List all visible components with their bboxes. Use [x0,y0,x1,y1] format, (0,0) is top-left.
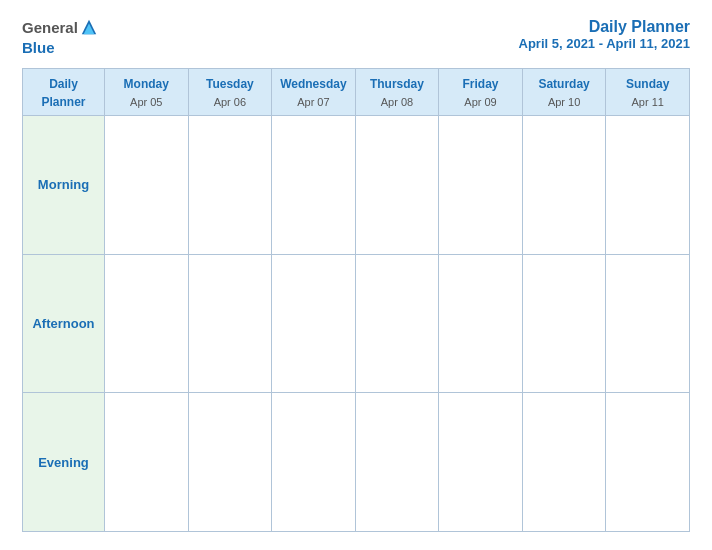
cell-afternoon-thursday[interactable] [355,254,439,393]
cell-afternoon-tuesday[interactable] [188,254,272,393]
cell-evening-monday[interactable] [105,393,189,532]
cell-evening-sunday[interactable] [606,393,690,532]
cell-afternoon-wednesday[interactable] [272,254,356,393]
cell-evening-tuesday[interactable] [188,393,272,532]
cell-afternoon-monday[interactable] [105,254,189,393]
col-header-sunday: SundayApr 11 [606,69,690,116]
planner-subtitle: April 5, 2021 - April 11, 2021 [519,36,691,51]
label-header-line1: Daily [49,77,78,91]
cell-evening-saturday[interactable] [522,393,606,532]
cell-evening-friday[interactable] [439,393,523,532]
col-header-friday: FridayApr 09 [439,69,523,116]
col-header-saturday: SaturdayApr 10 [522,69,606,116]
col-header-wednesday: WednesdayApr 07 [272,69,356,116]
col-header-monday: MondayApr 05 [105,69,189,116]
logo-general: General [22,18,98,40]
cell-morning-sunday[interactable] [606,116,690,255]
logo-area: General Blue [22,18,98,56]
cell-afternoon-saturday[interactable] [522,254,606,393]
planner-table: Daily Planner MondayApr 05TuesdayApr 06W… [22,68,690,532]
title-area: Daily Planner April 5, 2021 - April 11, … [519,18,691,51]
header: General Blue Daily Planner April 5, 2021… [22,18,690,56]
cell-morning-monday[interactable] [105,116,189,255]
cell-morning-saturday[interactable] [522,116,606,255]
page: General Blue Daily Planner April 5, 2021… [0,0,712,550]
table-row: Evening [23,393,690,532]
col-header-thursday: ThursdayApr 08 [355,69,439,116]
planner-title: Daily Planner [519,18,691,36]
cell-morning-friday[interactable] [439,116,523,255]
label-column-header: Daily Planner [23,69,105,116]
row-label-afternoon: Afternoon [23,254,105,393]
cell-morning-thursday[interactable] [355,116,439,255]
col-header-tuesday: TuesdayApr 06 [188,69,272,116]
logo-icon [80,18,98,36]
cell-afternoon-sunday[interactable] [606,254,690,393]
logo-blue: Blue [22,40,98,57]
table-row: Morning [23,116,690,255]
table-row: Afternoon [23,254,690,393]
label-header-line2: Planner [41,95,85,109]
row-label-evening: Evening [23,393,105,532]
cell-evening-thursday[interactable] [355,393,439,532]
cell-morning-tuesday[interactable] [188,116,272,255]
row-label-morning: Morning [23,116,105,255]
cell-morning-wednesday[interactable] [272,116,356,255]
cell-afternoon-friday[interactable] [439,254,523,393]
cell-evening-wednesday[interactable] [272,393,356,532]
